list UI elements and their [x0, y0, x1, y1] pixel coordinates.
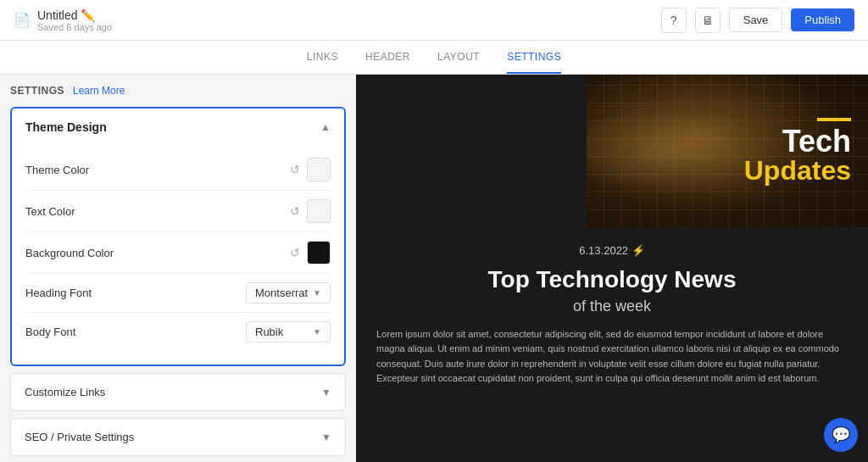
topbar: 📄 Untitled ✏️ Saved 6 days ago ? 🖥 Save …	[0, 0, 868, 41]
theme-design-title: Theme Design	[25, 120, 107, 134]
article-date: 6.13.2022 ⚡	[376, 244, 848, 257]
seo-settings-section[interactable]: SEO / Private Settings ▼	[10, 418, 346, 456]
heading-font-label: Heading Font	[25, 287, 92, 299]
theme-color-swatch[interactable]	[307, 158, 331, 181]
tab-header[interactable]: HEADER	[365, 41, 410, 74]
theme-design-body: Theme Color ↺ Text Color ↺ Bac	[12, 146, 344, 365]
body-font-value: Rubik	[255, 326, 283, 338]
body-font-label: Body Font	[25, 326, 75, 338]
tab-links[interactable]: LINKS	[307, 41, 338, 74]
seo-settings-title: SEO / Private Settings	[25, 431, 134, 443]
main-layout: SETTINGS Learn More Theme Design ▲ Theme…	[0, 75, 868, 462]
learn-more-link[interactable]: Learn More	[73, 85, 125, 97]
chat-icon: 💬	[832, 426, 850, 444]
document-icon: 📄	[14, 12, 31, 28]
background-color-row: Background Color ↺	[25, 232, 331, 274]
article-content: 6.13.2022 ⚡ Top Technology News of the w…	[356, 227, 868, 462]
article-subtitle: of the week	[376, 298, 848, 315]
text-color-controls: ↺	[290, 199, 331, 223]
text-color-label: Text Color	[25, 205, 75, 218]
tab-layout[interactable]: LAYOUT	[437, 41, 480, 74]
theme-color-row: Theme Color ↺	[25, 149, 331, 191]
article-date-text: 6.13.2022	[579, 244, 628, 257]
panel-header: SETTINGS Learn More	[10, 85, 346, 97]
text-color-swatch[interactable]	[307, 199, 331, 223]
theme-color-label: Theme Color	[25, 164, 89, 176]
text-color-row: Text Color ↺	[25, 191, 331, 232]
theme-color-controls: ↺	[290, 158, 331, 181]
theme-color-reset-icon[interactable]: ↺	[290, 163, 300, 176]
preview-content: Tech Updates 6.13.2022 ⚡ Top Technology …	[356, 75, 868, 462]
edit-title-icon[interactable]: ✏️	[81, 8, 95, 22]
text-color-reset-icon[interactable]: ↺	[290, 204, 300, 218]
background-color-controls: ↺	[290, 241, 331, 264]
seo-settings-chevron-icon: ▼	[321, 431, 331, 443]
body-font-row: Body Font Rubik ▼	[25, 313, 331, 351]
customize-links-chevron-icon: ▼	[321, 387, 331, 398]
theme-design-chevron-icon: ▲	[320, 121, 331, 133]
saved-status: Saved 6 days ago	[37, 22, 112, 32]
preview-button[interactable]: 🖥	[695, 8, 721, 33]
heading-font-row: Heading Font Montserrat ▼	[25, 274, 331, 313]
body-font-chevron-icon: ▼	[313, 327, 321, 337]
document-title: Untitled	[37, 8, 77, 22]
heading-font-chevron-icon: ▼	[313, 288, 321, 298]
left-panel: SETTINGS Learn More Theme Design ▲ Theme…	[0, 75, 356, 462]
publish-button[interactable]: Publish	[791, 8, 854, 31]
body-font-select[interactable]: Rubik ▼	[246, 321, 331, 342]
customize-links-title: Customize Links	[25, 386, 105, 398]
customize-links-section[interactable]: Customize Links ▼	[10, 373, 346, 411]
right-panel: Tech Updates 6.13.2022 ⚡ Top Technology …	[356, 75, 868, 462]
theme-design-card: Theme Design ▲ Theme Color ↺ Text Color …	[10, 107, 346, 366]
background-color-swatch[interactable]	[307, 241, 331, 264]
tab-settings[interactable]: SETTINGS	[507, 41, 561, 74]
article-title: Top Technology News	[376, 265, 848, 294]
background-color-label: Background Color	[25, 247, 114, 259]
background-color-reset-icon[interactable]: ↺	[290, 246, 300, 259]
panel-title: SETTINGS	[10, 85, 64, 97]
heading-font-value: Montserrat	[255, 287, 308, 299]
lightning-icon: ⚡	[632, 244, 645, 257]
hero-image	[587, 75, 868, 227]
topbar-left: 📄 Untitled ✏️ Saved 6 days ago	[14, 8, 112, 32]
topbar-right: ? 🖥 Save Publish	[661, 8, 854, 33]
theme-design-header[interactable]: Theme Design ▲	[12, 109, 344, 146]
save-button[interactable]: Save	[729, 8, 783, 32]
help-button[interactable]: ?	[661, 8, 687, 33]
hero-dark-overlay	[356, 75, 602, 227]
chat-widget-button[interactable]: 💬	[824, 418, 858, 452]
heading-font-select[interactable]: Montserrat ▼	[246, 282, 331, 303]
tabs-bar: LINKS HEADER LAYOUT SETTINGS	[0, 41, 868, 75]
circuit-board-bg	[587, 75, 868, 227]
article-body: Lorem ipsum dolor sit amet, consectetur …	[376, 327, 848, 387]
